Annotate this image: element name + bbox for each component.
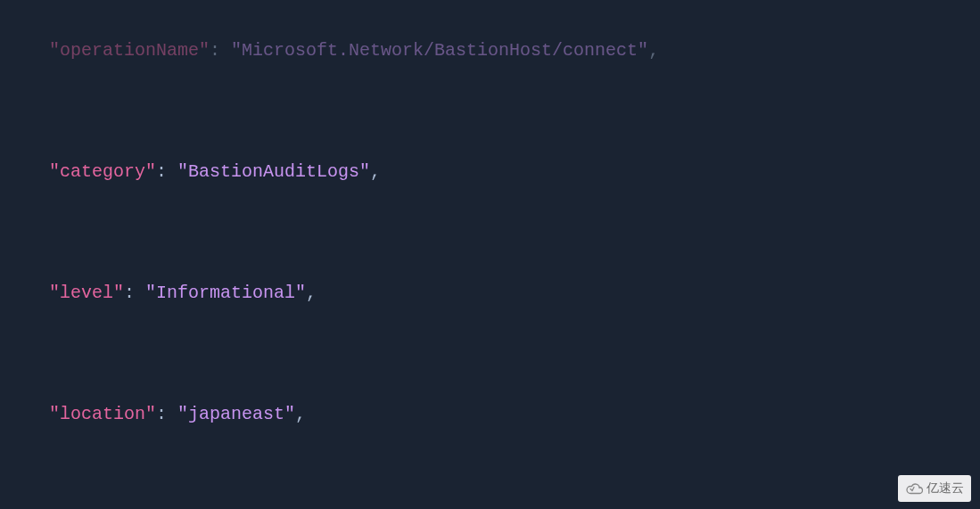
watermark-badge: 亿速云 bbox=[898, 475, 971, 502]
code-line: "level": "Informational", bbox=[9, 278, 980, 308]
code-line: "operationName": "Microsoft.Network/Bast… bbox=[9, 36, 980, 66]
code-line: "category": "BastionAuditLogs", bbox=[9, 157, 980, 187]
watermark-text: 亿速云 bbox=[926, 478, 964, 499]
code-line: "location": "japaneast", bbox=[9, 399, 980, 430]
json-code-block: "operationName": "Microsoft.Network/Bast… bbox=[0, 0, 980, 509]
cloud-icon bbox=[905, 482, 923, 495]
